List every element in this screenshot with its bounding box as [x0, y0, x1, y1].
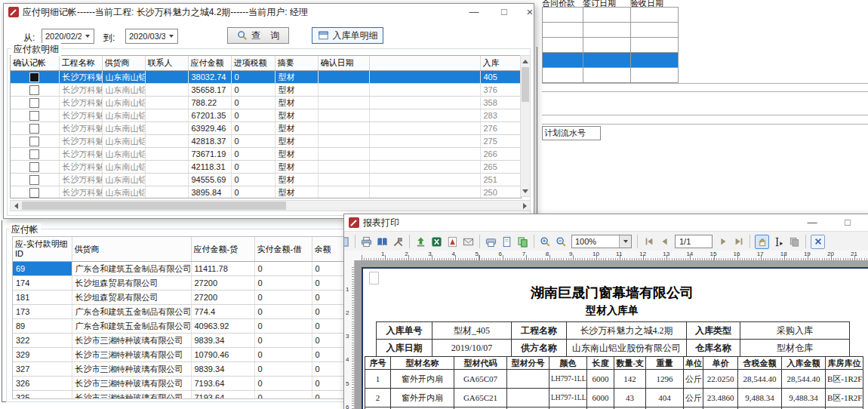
- accounts-row[interactable]: 326 长沙市三湘特种玻璃有限公司 7193.64 0 0: [13, 377, 346, 391]
- payable-row[interactable]: 长沙万科魅力... 山东南山铝业... 73671.19 0 型材 266: [11, 148, 521, 161]
- mail-icon[interactable]: [462, 235, 475, 248]
- bg-table-row[interactable]: [543, 8, 679, 23]
- payable-row[interactable]: 长沙万科魅力... 山东南山铝业... 42818.37 0 型材 275: [11, 135, 521, 148]
- accounts-row[interactable]: 173 广东合和建筑五金制品有限公司 774.4 0 0: [13, 305, 346, 319]
- report-page: 湖南巨晟门窗幕墙有限公司 型材入库单 入库单号型材_405 工程名称长沙万科魅力…: [362, 267, 868, 409]
- col-header-summary[interactable]: 摘要: [275, 56, 318, 71]
- col-header-confirm-date[interactable]: 确认日期: [318, 56, 369, 71]
- col-header-project[interactable]: 工程名称: [59, 56, 102, 71]
- bg-table-row[interactable]: [543, 23, 679, 38]
- close-button[interactable]: ×: [865, 214, 868, 231]
- col-header-id[interactable]: 应-实付款明细ID: [13, 237, 72, 262]
- col-header-inbound[interactable]: 入库: [480, 56, 521, 71]
- scroll-right-icon[interactable]: [519, 201, 530, 211]
- scroll-down-icon[interactable]: [521, 186, 530, 196]
- confirm-checkbox[interactable]: [29, 85, 39, 95]
- multi-page-icon[interactable]: [516, 235, 529, 248]
- confirm-checkbox[interactable]: [29, 137, 39, 146]
- excel-icon[interactable]: [430, 235, 443, 248]
- tools-icon[interactable]: [392, 235, 405, 248]
- from-date-combo[interactable]: 2020/02/29: [42, 29, 94, 44]
- confirm-checkbox[interactable]: [29, 162, 39, 172]
- accounts-row[interactable]: 327 长沙市三湘特种玻璃有限公司 9839.34 0 0: [13, 362, 346, 377]
- accounts-row[interactable]: 329 长沙市三湘特种玻璃有限公司 10790.46 0 0: [13, 348, 346, 362]
- bg-selected-row[interactable]: [543, 53, 679, 68]
- single-page-icon[interactable]: [500, 235, 513, 248]
- zoom-level-combo[interactable]: 100%: [571, 235, 632, 248]
- previous-page-icon[interactable]: [658, 235, 671, 248]
- export-icon[interactable]: [414, 235, 427, 248]
- maximize-button[interactable]: □: [493, 4, 516, 20]
- payable-row[interactable]: 长沙万科魅力... 山东南山铝业... 67201.35 0 型材 283: [11, 109, 521, 122]
- payable-row[interactable]: 长沙万科魅力... 山东南山铝业... 38032.74 0 型材 405: [11, 71, 521, 84]
- col-header-contact[interactable]: 联系人: [145, 56, 188, 71]
- scroll-up-icon[interactable]: [521, 56, 530, 66]
- horizontal-scrollbar[interactable]: [10, 200, 531, 211]
- payable-row[interactable]: 长沙万科魅力... 山东南山铝业... 42118.31 0 型材 265: [11, 161, 521, 174]
- print-icon[interactable]: [360, 235, 373, 248]
- accounts-row[interactable]: 174 长沙坦森贸易有限公司 27200 0 0: [13, 276, 346, 291]
- confirm-checkbox[interactable]: [29, 124, 39, 134]
- col-header-supplier[interactable]: 供货商: [102, 56, 145, 71]
- confirm-checkbox[interactable]: [29, 175, 39, 185]
- last-page-icon[interactable]: [732, 235, 745, 248]
- book-icon[interactable]: [376, 235, 389, 248]
- close-button[interactable]: ×: [519, 4, 534, 20]
- chevron-down-icon[interactable]: [165, 30, 177, 42]
- maximize-button[interactable]: □: [836, 214, 859, 231]
- vertical-scrollbar[interactable]: [520, 55, 531, 197]
- report-info-table: 入库单号型材_405 工程名称长沙万科魅力之城4.2期 入库类型采购入库 入库日…: [376, 321, 850, 357]
- accounts-row[interactable]: 69 广东合和建筑五金制品有限公司 11411.78 0 0: [13, 262, 346, 276]
- scrollbar-thumb[interactable]: [22, 201, 286, 210]
- accounts-row[interactable]: 181 长沙坦森贸易有限公司 27200 0 0: [13, 291, 346, 305]
- clipped-icon[interactable]: [344, 235, 350, 248]
- bg-table-row[interactable]: [543, 38, 679, 53]
- zoom-out-icon[interactable]: [555, 235, 568, 248]
- col-header-balance[interactable]: 余额: [312, 237, 346, 262]
- chevron-down-icon[interactable]: [619, 235, 631, 248]
- scrollbar-thumb[interactable]: [522, 67, 529, 102]
- minimize-button[interactable]: —: [463, 4, 485, 20]
- pdf-icon[interactable]: [446, 235, 459, 248]
- col-header-tax[interactable]: 进项税额: [231, 56, 275, 71]
- col-header-supplier[interactable]: 供货商: [72, 237, 191, 262]
- next-page-icon[interactable]: [716, 235, 729, 248]
- chevron-down-icon[interactable]: [82, 30, 93, 42]
- col-header-credit[interactable]: 应付金额-贷: [191, 237, 254, 262]
- text-select-icon[interactable]: [772, 235, 785, 248]
- payable-titlebar[interactable]: 应付明细记帐------当前工程: 长沙万科魅力之城4.2期------当前用户…: [4, 4, 534, 20]
- query-button[interactable]: 查 询: [227, 27, 289, 44]
- confirm-checkbox[interactable]: [29, 72, 39, 82]
- inbound-detail-button[interactable]: 入库单明细: [312, 27, 383, 44]
- first-page-icon[interactable]: [642, 235, 655, 248]
- print-setup-icon[interactable]: [485, 235, 497, 248]
- page-number-box[interactable]: 1/1: [675, 235, 713, 248]
- col-header-blank[interactable]: [369, 56, 480, 71]
- col-header-amount[interactable]: 应付金额: [188, 56, 231, 71]
- report-titlebar[interactable]: 报表打印 — □ ×: [344, 214, 868, 231]
- confirm-checkbox[interactable]: [29, 149, 39, 159]
- col-header-confirm-book[interactable]: 确认记帐: [11, 56, 59, 71]
- payable-row[interactable]: 长沙万科魅力... 山东南山铝业... 63929.46 0 型材 276: [11, 122, 521, 135]
- accounts-row[interactable]: 325 长沙市三湘特种玻璃有限公司 7193.64 0 0: [13, 391, 346, 400]
- confirm-checkbox[interactable]: [29, 98, 39, 108]
- accounts-row[interactable]: 89 广东合和建筑五金制品有限公司 40963.92 0 0: [13, 319, 346, 334]
- payable-row[interactable]: 长沙万科魅力... 山东南山铝业... 3895.84 0 型材 250: [11, 186, 521, 199]
- hand-tool-icon[interactable]: [755, 235, 769, 249]
- confirm-checkbox[interactable]: [29, 111, 39, 121]
- col-header-debit[interactable]: 实付金额-借: [254, 237, 312, 262]
- payable-row[interactable]: 长沙万科魅力... 山东南山铝业... 788.22 0 型材 358: [11, 97, 521, 109]
- zoom-in-icon[interactable]: [539, 235, 552, 248]
- close-preview-icon[interactable]: [811, 235, 825, 249]
- scroll-left-icon[interactable]: [11, 201, 21, 211]
- minimize-button[interactable]: —: [801, 214, 823, 231]
- ruler-number: 3: [346, 333, 349, 340]
- to-date-combo[interactable]: 2020/03/31: [125, 29, 178, 44]
- accounts-row[interactable]: 322 长沙市三湘特种玻璃有限公司 9839.34 0 0: [13, 334, 346, 348]
- copy-icon[interactable]: [788, 235, 801, 248]
- payable-row[interactable]: 长沙万科魅力... 山东南山铝业... 94555.69 0 型材 251: [11, 174, 521, 186]
- confirm-checkbox[interactable]: [29, 188, 39, 198]
- payable-row[interactable]: 长沙万科魅力... 山东南山铝业... 35658.17 0 型材 376: [11, 84, 521, 97]
- bg-table-row[interactable]: [543, 68, 679, 83]
- report-preview-area[interactable]: 湖南巨晟门窗幕墙有限公司 型材入库单 入库单号型材_405 工程名称长沙万科魅力…: [344, 260, 868, 409]
